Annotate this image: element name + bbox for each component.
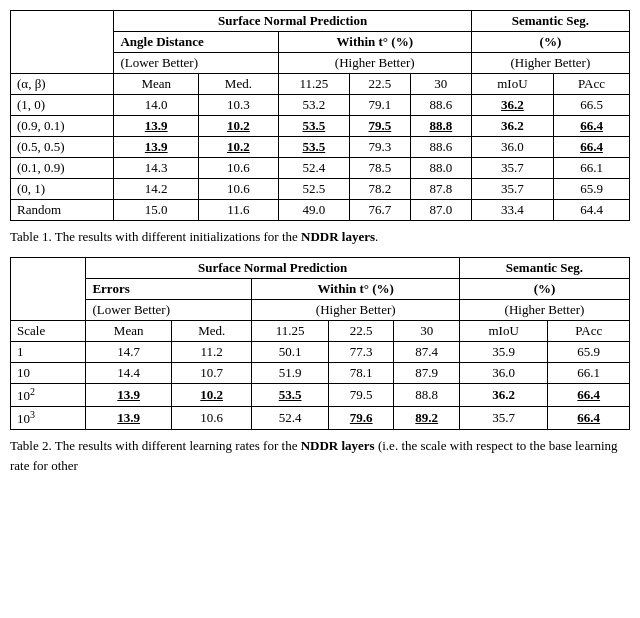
t1-row2-v1: 53.5	[278, 116, 349, 137]
t1-row3-med: 10.2	[199, 137, 279, 158]
t2-row3-mean: 13.9	[86, 383, 172, 406]
t1-row4-pacc: 66.1	[554, 158, 630, 179]
t2-row1-miou: 35.9	[459, 341, 547, 362]
t2-col-med: Med.	[171, 320, 252, 341]
t1-angle-lower: (Lower Better)	[114, 53, 278, 74]
t1-col-label: (α, β)	[11, 74, 114, 95]
t2-col-225: 22.5	[328, 320, 394, 341]
t1-row3-mean: 13.9	[114, 137, 199, 158]
t1-col-miou: mIoU	[471, 74, 553, 95]
t1-row6-med: 11.6	[199, 200, 279, 221]
t1-row1-miou: 36.2	[471, 95, 553, 116]
t1-row1-pacc: 66.5	[554, 95, 630, 116]
t1-row3-v1: 53.5	[278, 137, 349, 158]
t1-row2-label: (0.9, 0.1)	[11, 116, 114, 137]
table-row: 103 13.9 10.6 52.4 79.6 89.2 35.7 66.4	[11, 406, 630, 429]
t1-row5-v1: 52.5	[278, 179, 349, 200]
t1-row5-mean: 14.2	[114, 179, 199, 200]
t1-col-pacc: PAcc	[554, 74, 630, 95]
t2-row2-v2: 78.1	[328, 362, 394, 383]
table-row: (1, 0) 14.0 10.3 53.2 79.1 88.6 36.2 66.…	[11, 95, 630, 116]
t1-row2-v2: 79.5	[349, 116, 410, 137]
t1-row5-pacc: 65.9	[554, 179, 630, 200]
table-row: (0, 1) 14.2 10.6 52.5 78.2 87.8 35.7 65.…	[11, 179, 630, 200]
table2-caption: Table 2. The results with different lear…	[10, 436, 630, 475]
t1-within-higher: (Higher Better)	[278, 53, 471, 74]
t1-empty-header	[11, 11, 114, 74]
table-row: (0.1, 0.9) 14.3 10.6 52.4 78.5 88.0 35.7…	[11, 158, 630, 179]
t2-row1-med: 11.2	[171, 341, 252, 362]
t2-row2-miou: 36.0	[459, 362, 547, 383]
t1-row3-v2: 79.3	[349, 137, 410, 158]
t1-angle-distance-header: Angle Distance	[114, 32, 278, 53]
t1-row5-miou: 35.7	[471, 179, 553, 200]
t1-row2-med: 10.2	[199, 116, 279, 137]
t2-row3-label: 102	[11, 383, 86, 406]
table1-caption: Table 1. The results with different init…	[10, 227, 630, 247]
t2-row3-v1: 53.5	[252, 383, 329, 406]
t1-pct-higher: (Higher Better)	[471, 53, 629, 74]
t2-row2-label: 10	[11, 362, 86, 383]
t2-row1-v3: 87.4	[394, 341, 460, 362]
t1-row6-pacc: 64.4	[554, 200, 630, 221]
t2-row3-v2: 79.5	[328, 383, 394, 406]
t2-col-scale: Scale	[11, 320, 86, 341]
t1-row2-mean: 13.9	[114, 116, 199, 137]
t1-col-med: Med.	[199, 74, 279, 95]
t1-row6-label: Random	[11, 200, 114, 221]
t1-within-t-header: Within t° (%)	[278, 32, 471, 53]
table-row: Random 15.0 11.6 49.0 76.7 87.0 33.4 64.…	[11, 200, 630, 221]
t2-col-miou: mIoU	[459, 320, 547, 341]
t2-row1-pacc: 65.9	[548, 341, 630, 362]
t2-row3-pacc: 66.4	[548, 383, 630, 406]
t1-row1-med: 10.3	[199, 95, 279, 116]
t2-row4-miou: 35.7	[459, 406, 547, 429]
t1-row6-miou: 33.4	[471, 200, 553, 221]
t1-row4-mean: 14.3	[114, 158, 199, 179]
t2-row1-v2: 77.3	[328, 341, 394, 362]
t2-semantic-seg-header: Semantic Seg.	[459, 257, 629, 278]
t2-row4-pacc: 66.4	[548, 406, 630, 429]
t1-row1-label: (1, 0)	[11, 95, 114, 116]
t1-row3-v3: 88.6	[410, 137, 471, 158]
t1-row3-miou: 36.0	[471, 137, 553, 158]
t1-row1-v2: 79.1	[349, 95, 410, 116]
table-row: (0.9, 0.1) 13.9 10.2 53.5 79.5 88.8 36.2…	[11, 116, 630, 137]
t2-row4-mean: 13.9	[86, 406, 172, 429]
t2-surface-normal-header: Surface Normal Prediction	[86, 257, 460, 278]
t2-pct-higher: (Higher Better)	[459, 299, 629, 320]
t2-col-1125: 11.25	[252, 320, 329, 341]
t2-col-pacc: PAcc	[548, 320, 630, 341]
t1-row5-label: (0, 1)	[11, 179, 114, 200]
t1-row1-mean: 14.0	[114, 95, 199, 116]
t1-row5-v2: 78.2	[349, 179, 410, 200]
t1-row4-med: 10.6	[199, 158, 279, 179]
table-row: 1 14.7 11.2 50.1 77.3 87.4 35.9 65.9	[11, 341, 630, 362]
t2-row4-v3: 89.2	[394, 406, 460, 429]
t1-row6-v3: 87.0	[410, 200, 471, 221]
t1-row4-v2: 78.5	[349, 158, 410, 179]
t1-surface-normal-header: Surface Normal Prediction	[114, 11, 471, 32]
t1-col-30: 30	[410, 74, 471, 95]
table-row: (0.5, 0.5) 13.9 10.2 53.5 79.3 88.6 36.0…	[11, 137, 630, 158]
t1-row4-v1: 52.4	[278, 158, 349, 179]
t1-row3-label: (0.5, 0.5)	[11, 137, 114, 158]
t1-col-225: 22.5	[349, 74, 410, 95]
table-row: 102 13.9 10.2 53.5 79.5 88.8 36.2 66.4	[11, 383, 630, 406]
t1-row6-v2: 76.7	[349, 200, 410, 221]
t1-row4-label: (0.1, 0.9)	[11, 158, 114, 179]
t2-within-t-header: Within t° (%)	[252, 278, 460, 299]
t2-row2-pacc: 66.1	[548, 362, 630, 383]
t2-row2-v1: 51.9	[252, 362, 329, 383]
t2-row1-label: 1	[11, 341, 86, 362]
t2-row4-med: 10.6	[171, 406, 252, 429]
t2-row2-v3: 87.9	[394, 362, 460, 383]
t1-pct-header: (%)	[471, 32, 629, 53]
t2-row2-med: 10.7	[171, 362, 252, 383]
t1-row6-v1: 49.0	[278, 200, 349, 221]
t2-row1-v1: 50.1	[252, 341, 329, 362]
t1-row2-v3: 88.8	[410, 116, 471, 137]
t1-row2-pacc: 66.4	[554, 116, 630, 137]
t2-errors-lower: (Lower Better)	[86, 299, 252, 320]
t1-semantic-seg-header: Semantic Seg.	[471, 11, 629, 32]
